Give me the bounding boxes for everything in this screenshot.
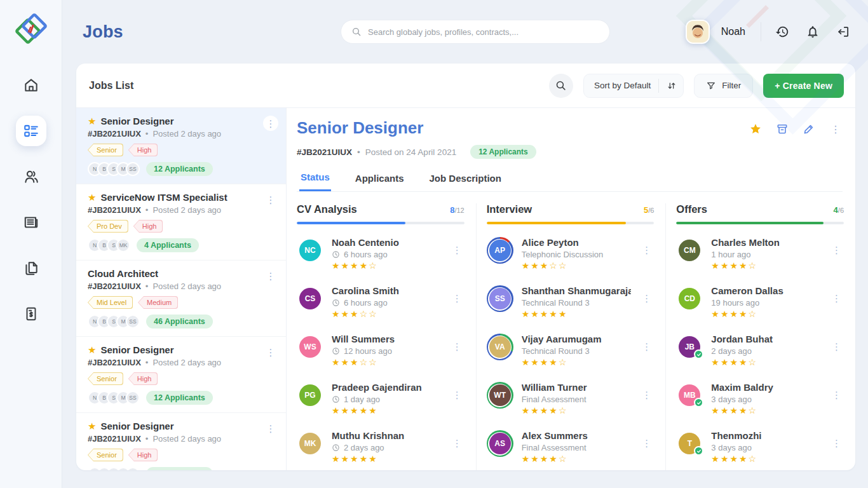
meta-dot: • <box>146 129 149 139</box>
candidate-name: Thenmozhi <box>711 430 821 441</box>
sidebar-item-people[interactable] <box>16 161 46 192</box>
archive-button[interactable] <box>775 122 789 136</box>
candidate-card[interactable]: WS Will Summers 12 hours ago ★★★☆☆ ⋮ <box>297 333 465 369</box>
user-name[interactable]: Noah <box>721 26 745 37</box>
candidate-card[interactable]: CS Carolina Smith 6 hours ago ★★★☆☆ ⋮ <box>297 285 465 321</box>
favorite-star-icon: ★ <box>88 193 96 202</box>
job-card[interactable]: ★ Senior Designer ⋮ #JB2021UIUX • Posted… <box>76 337 286 413</box>
detail-menu-button[interactable]: ⋮ <box>829 122 843 136</box>
filter-button[interactable]: Filter <box>694 74 753 98</box>
job-card[interactable]: ★ Cloud Architect ⋮ #JB2021UIUX • Posted… <box>76 261 286 337</box>
list-search-button[interactable] <box>549 74 573 98</box>
search-input[interactable] <box>368 27 599 37</box>
candidate-card[interactable]: MK Muthu Krishnan 2 days ago ★★★★★ ⋮ <box>297 430 465 466</box>
sort-button[interactable]: Sort by Default <box>583 74 684 98</box>
sidebar-item-jobs[interactable] <box>16 116 46 146</box>
create-new-button[interactable]: + Create New <box>763 74 844 98</box>
candidate-card[interactable]: SS Shanthan Shanmugaraja Technical Round… <box>487 285 654 321</box>
column-progress-track <box>676 222 844 224</box>
star-icon <box>749 123 762 135</box>
home-icon <box>23 77 39 93</box>
candidate-name: Carolina Smith <box>332 285 442 296</box>
meta-dot: • <box>146 434 149 444</box>
candidate-avatar: T <box>676 430 703 457</box>
candidate-card[interactable]: NC Noah Centenio 6 hours ago ★★★★☆ ⋮ <box>297 236 465 273</box>
edit-button[interactable] <box>802 122 816 136</box>
applicant-avatar: SS <box>126 391 140 405</box>
history-button[interactable] <box>773 22 792 41</box>
sidebar-item-home[interactable] <box>16 70 46 100</box>
toolbar-actions: Sort by Default Filter + Create New <box>549 74 844 98</box>
tab-job-description[interactable]: Job Description <box>428 172 503 191</box>
sidebar-item-invoices[interactable] <box>16 299 46 329</box>
candidate-card[interactable]: MB Maxim Baldry 3 days ago ★★★★☆ ⋮ <box>676 381 844 417</box>
favorite-button[interactable] <box>749 122 763 136</box>
job-menu-button[interactable]: ⋮ <box>263 268 278 283</box>
job-card-posted: Posted 2 days ago <box>153 129 221 139</box>
candidate-menu-button[interactable]: ⋮ <box>829 387 844 403</box>
candidate-menu-button[interactable]: ⋮ <box>639 242 654 259</box>
candidate-name: Muthu Krishnan <box>332 430 442 441</box>
job-menu-button[interactable]: ⋮ <box>263 192 278 207</box>
tab-status[interactable]: Status <box>299 172 331 191</box>
applicant-avatar-stack: NBSMK <box>88 238 130 252</box>
card-body: ★ Senior Designer ⋮ #JB2021UIUX • Posted… <box>76 108 855 470</box>
logout-button[interactable] <box>834 22 853 41</box>
candidate-card[interactable]: JB Jordan Buhat 2 days ago ★★★★☆ ⋮ <box>676 333 844 369</box>
candidate-menu-button[interactable]: ⋮ <box>829 435 844 452</box>
job-card-title: Cloud Architect <box>88 268 158 279</box>
candidate-menu-button[interactable]: ⋮ <box>829 290 844 307</box>
job-tag: Senior <box>88 144 123 156</box>
candidate-menu-button[interactable]: ⋮ <box>450 290 465 307</box>
candidate-card[interactable]: AP Alice Peyton Telephonic Discussion ★★… <box>487 236 654 273</box>
candidate-card[interactable]: VA Vijay Aarumugam Technical Round 3 ★★★… <box>487 333 654 369</box>
candidate-menu-button[interactable]: ⋮ <box>450 435 465 452</box>
column-count: 5/6 <box>644 205 654 215</box>
candidate-menu-button[interactable]: ⋮ <box>639 387 654 403</box>
job-card[interactable]: ★ ServiceNow ITSM Specialist ⋮ #JB2021UI… <box>76 184 286 261</box>
job-card-footer: NBSMSS 12 Applicants <box>88 391 277 405</box>
candidate-menu-button[interactable]: ⋮ <box>829 242 844 259</box>
candidate-avatar: VA <box>487 334 513 360</box>
candidate-rating-stars: ★★★★☆ <box>522 454 632 464</box>
job-card-tags: Pro DevHigh <box>88 220 277 233</box>
column-progress-track <box>297 222 465 224</box>
job-card[interactable]: ★ Senior Designer ⋮ #JB2021UIUX • Posted… <box>76 108 286 184</box>
job-menu-button[interactable]: ⋮ <box>263 116 278 131</box>
job-card[interactable]: ★ Senior Designer ⋮ #JB2021UIUX • Posted… <box>76 413 286 470</box>
job-menu-button[interactable]: ⋮ <box>263 344 278 360</box>
candidate-card[interactable]: T Thenmozhi 3 days ago ★★★★☆ ⋮ <box>676 430 844 466</box>
pencil-icon <box>803 123 815 135</box>
user-avatar[interactable] <box>686 20 710 44</box>
job-card-footer: NBSMK 4 Applicants <box>88 238 277 252</box>
job-card-id: #JB2021UIUX <box>88 129 141 139</box>
job-card-title: Senior Designer <box>100 116 173 126</box>
sidebar-item-documents[interactable] <box>16 253 46 283</box>
applicant-avatar: SS <box>126 467 140 470</box>
candidate-avatar: CM <box>676 237 703 264</box>
candidate-card[interactable]: AS Alex Summers Final Assessment ★★★★☆ ⋮ <box>487 430 654 466</box>
candidate-rating-stars: ★★★★★ <box>332 405 442 416</box>
job-menu-button[interactable]: ⋮ <box>263 421 278 436</box>
page-title: Jobs <box>83 22 123 42</box>
app-logo[interactable] <box>15 13 48 46</box>
candidate-card[interactable]: WT William Turner Final Assessment ★★★★☆… <box>487 381 654 417</box>
notifications-button[interactable] <box>803 22 822 41</box>
favorite-star-icon: ★ <box>88 345 96 355</box>
candidate-menu-button[interactable]: ⋮ <box>450 242 465 259</box>
candidate-menu-button[interactable]: ⋮ <box>639 339 654 355</box>
candidate-menu-button[interactable]: ⋮ <box>450 339 465 355</box>
candidate-card[interactable]: CD Cameron Dallas 19 hours ago ★★★★☆ ⋮ <box>676 285 844 321</box>
candidate-menu-button[interactable]: ⋮ <box>829 339 844 355</box>
candidate-menu-button[interactable]: ⋮ <box>639 290 654 307</box>
sidebar-item-news[interactable] <box>16 207 46 238</box>
job-tag: High <box>128 144 158 156</box>
tab-applicants[interactable]: Applicants <box>354 172 405 191</box>
candidate-menu-button[interactable]: ⋮ <box>639 435 654 452</box>
candidate-menu-button[interactable]: ⋮ <box>450 387 465 403</box>
candidate-name: William Turner <box>522 382 632 393</box>
candidate-card[interactable]: PG Pradeep Gajendiran 1 day ago ★★★★★ ⋮ <box>297 381 465 417</box>
column-progress-track <box>487 222 654 224</box>
candidate-card[interactable]: CM Charles Melton 1 hour ago ★★★★☆ ⋮ <box>676 236 844 273</box>
candidate-subtext: 1 hour ago <box>711 250 821 259</box>
